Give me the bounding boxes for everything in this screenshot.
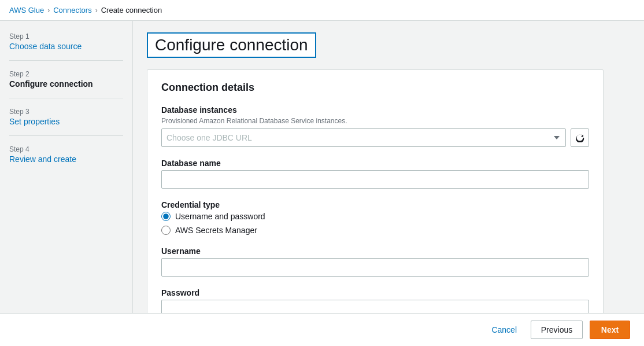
sidebar-step-4: Step 4 Review and create — [9, 145, 123, 173]
connection-details-card: Connection details Database instances Pr… — [147, 69, 604, 342]
sidebar-item-review-and-create[interactable]: Review and create — [9, 154, 123, 164]
step-2-label: Step 2 — [9, 70, 123, 78]
next-button[interactable]: Next — [590, 321, 630, 339]
step-4-label: Step 4 — [9, 145, 123, 153]
breadcrumb-sep-1: › — [47, 6, 50, 14]
breadcrumb-sep-2: › — [95, 6, 98, 14]
username-field: Username — [161, 246, 589, 277]
breadcrumb-aws-glue[interactable]: AWS Glue — [9, 6, 44, 14]
sidebar-step-1: Step 1 Choose data source — [9, 32, 123, 61]
step-1-label: Step 1 — [9, 32, 123, 41]
db-name-label: Database name — [161, 159, 589, 168]
previous-button[interactable]: Previous — [531, 321, 583, 339]
credential-type-label: Credential type — [161, 200, 589, 209]
radio-label-aws-secrets[interactable]: AWS Secrets Manager — [161, 226, 589, 235]
sidebar-step-2: Step 2 Configure connection — [9, 70, 123, 98]
credential-type-field: Credential type Username and password AW… — [161, 200, 589, 235]
credential-type-radio-group: Username and password AWS Secrets Manage… — [161, 212, 589, 235]
radio-aws-secrets-label: AWS Secrets Manager — [175, 226, 257, 235]
db-name-input[interactable] — [161, 170, 589, 189]
db-instances-field: Database instances Provisioned Amazon Re… — [161, 105, 589, 147]
main-layout: Step 1 Choose data source Step 2 Configu… — [0, 21, 644, 343]
sidebar-step-3: Step 3 Set properties — [9, 108, 123, 136]
db-name-field: Database name — [161, 159, 589, 189]
radio-username-password-label: Username and password — [175, 212, 265, 221]
sidebar: Step 1 Choose data source Step 2 Configu… — [0, 21, 133, 343]
step-3-label: Step 3 — [9, 108, 123, 116]
page-title: Configure connection — [147, 32, 316, 58]
breadcrumb-connectors[interactable]: Connectors — [53, 6, 91, 14]
radio-aws-secrets[interactable] — [161, 226, 171, 235]
card-title: Connection details — [161, 82, 589, 94]
username-label: Username — [161, 246, 589, 256]
sidebar-item-set-properties[interactable]: Set properties — [9, 117, 123, 126]
content-area: Configure connection Connection details … — [133, 21, 644, 343]
breadcrumb-current: Create connection — [101, 6, 162, 14]
sidebar-item-configure-connection: Configure connection — [9, 79, 123, 89]
refresh-icon — [575, 133, 584, 142]
refresh-button[interactable] — [571, 128, 589, 147]
radio-label-username-password[interactable]: Username and password — [161, 212, 589, 221]
db-instances-row: Choose one JDBC URL — [161, 128, 589, 147]
username-input[interactable] — [161, 258, 589, 277]
breadcrumb: AWS Glue › Connectors › Create connectio… — [0, 0, 644, 21]
footer: Cancel Previous Next — [0, 313, 644, 346]
cancel-button[interactable]: Cancel — [484, 322, 524, 338]
db-instances-label: Database instances — [161, 105, 589, 115]
password-label: Password — [161, 288, 589, 297]
radio-username-password[interactable] — [161, 212, 171, 221]
sidebar-item-choose-data-source[interactable]: Choose data source — [9, 42, 123, 51]
db-instances-select[interactable]: Choose one JDBC URL — [161, 128, 566, 147]
db-instances-hint: Provisioned Amazon Relational Database S… — [161, 117, 589, 125]
